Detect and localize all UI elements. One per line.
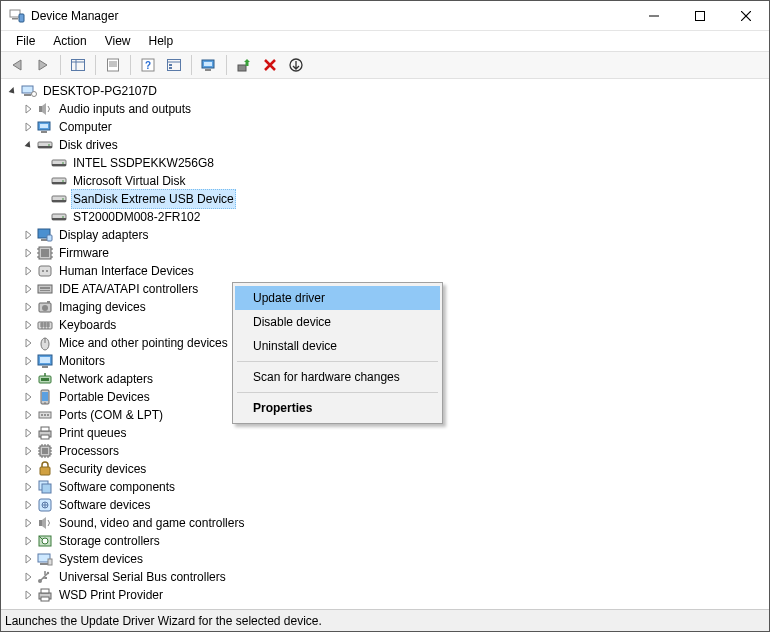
tree-root[interactable]: DESKTOP-PG2107D	[7, 82, 769, 100]
tree-category[interactable]: Human Interface Devices	[7, 262, 769, 280]
tree-category[interactable]: Display adapters	[7, 226, 769, 244]
tree-item[interactable]: ST2000DM008-2FR102	[7, 208, 769, 226]
context-menu-separator	[237, 392, 438, 393]
caret-closed-icon[interactable]	[23, 553, 35, 565]
caret-closed-icon[interactable]	[23, 121, 35, 133]
caret-closed-icon[interactable]	[23, 337, 35, 349]
svg-rect-1	[12, 18, 18, 20]
caret-open-icon[interactable]	[7, 85, 19, 97]
svg-point-120	[47, 572, 49, 574]
window-controls	[631, 1, 769, 30]
caret-closed-icon[interactable]	[23, 589, 35, 601]
caret-open-icon[interactable]	[23, 139, 35, 151]
tree-category[interactable]: Disk drives	[7, 136, 769, 154]
svg-rect-7	[72, 60, 85, 71]
tree-category[interactable]: WSD Print Provider	[7, 586, 769, 604]
menu-action[interactable]: Action	[44, 32, 95, 50]
caret-closed-icon[interactable]	[23, 445, 35, 457]
caret-closed-icon[interactable]	[23, 427, 35, 439]
device-tree-area[interactable]: DESKTOP-PG2107D Audio inputs and outputs…	[1, 79, 769, 609]
tree-item[interactable]: Microsoft Virtual Disk	[7, 172, 769, 190]
svg-rect-33	[38, 146, 52, 148]
svg-point-83	[44, 402, 46, 404]
caret-closed-icon[interactable]	[23, 535, 35, 547]
action-button[interactable]	[162, 54, 186, 76]
svg-rect-18	[169, 64, 172, 66]
context-menu-item[interactable]: Disable device	[235, 310, 440, 334]
tree-category[interactable]: Software components	[7, 478, 769, 496]
tree-category[interactable]: Firmware	[7, 244, 769, 262]
caret-closed-icon[interactable]	[23, 571, 35, 583]
tree-category[interactable]: System devices	[7, 550, 769, 568]
tree-category[interactable]: Security devices	[7, 460, 769, 478]
context-menu-item[interactable]: Update driver	[235, 286, 440, 310]
menu-view[interactable]: View	[96, 32, 140, 50]
tree-category-label: WSD Print Provider	[57, 586, 165, 604]
caret-closed-icon[interactable]	[23, 391, 35, 403]
context-menu-item[interactable]: Scan for hardware changes	[235, 365, 440, 389]
tree-category[interactable]: Software devices	[7, 496, 769, 514]
svg-rect-28	[39, 106, 42, 112]
minimize-button[interactable]	[631, 1, 677, 30]
window-title: Device Manager	[31, 9, 631, 23]
svg-point-86	[44, 414, 46, 416]
tree-category-label: Portable Devices	[57, 388, 152, 406]
caret-closed-icon[interactable]	[23, 319, 35, 331]
scan-hardware-button[interactable]	[197, 54, 221, 76]
close-button[interactable]	[723, 1, 769, 30]
context-menu-item[interactable]: Uninstall device	[235, 334, 440, 358]
statusbar: Launches the Update Driver Wizard for th…	[1, 609, 769, 631]
menu-file[interactable]: File	[7, 32, 44, 50]
disable-button[interactable]	[284, 54, 308, 76]
tree-category-label: Monitors	[57, 352, 107, 370]
caret-closed-icon[interactable]	[23, 265, 35, 277]
app-icon	[9, 8, 25, 24]
context-menu-item[interactable]: Properties	[235, 396, 440, 420]
tree-category-label: Mice and other pointing devices	[57, 334, 230, 352]
menu-help[interactable]: Help	[140, 32, 183, 50]
tree-category-label: Software devices	[57, 496, 152, 514]
caret-closed-icon[interactable]	[23, 373, 35, 385]
toolbar-separator	[130, 55, 131, 75]
tree-category[interactable]: Audio inputs and outputs	[7, 100, 769, 118]
properties-button[interactable]	[101, 54, 125, 76]
back-button[interactable]	[5, 54, 29, 76]
caret-closed-icon[interactable]	[23, 103, 35, 115]
svg-point-59	[42, 270, 44, 272]
tree-category[interactable]: Storage controllers	[7, 532, 769, 550]
update-driver-button[interactable]	[232, 54, 256, 76]
uninstall-button[interactable]	[258, 54, 282, 76]
help-button[interactable]: ?	[136, 54, 160, 76]
svg-rect-49	[47, 235, 52, 241]
tree-category[interactable]: Sound, video and game controllers	[7, 514, 769, 532]
caret-closed-icon[interactable]	[23, 463, 35, 475]
tree-item[interactable]: INTEL SSDPEKKW256G8	[7, 154, 769, 172]
maximize-button[interactable]	[677, 1, 723, 30]
caret-closed-icon[interactable]	[23, 409, 35, 421]
tree-item[interactable]: SanDisk Extreme USB Device	[7, 190, 769, 208]
tree-category[interactable]: Processors	[7, 442, 769, 460]
caret-closed-icon[interactable]	[23, 283, 35, 295]
svg-rect-4	[696, 11, 705, 20]
tree-category[interactable]: Computer	[7, 118, 769, 136]
context-menu: Update driverDisable deviceUninstall dev…	[232, 282, 443, 424]
caret-closed-icon[interactable]	[23, 499, 35, 511]
hid-icon	[37, 263, 53, 279]
caret-closed-icon[interactable]	[23, 517, 35, 529]
show-hide-tree-button[interactable]	[66, 54, 90, 76]
tree-item-label: Microsoft Virtual Disk	[71, 172, 187, 190]
caret-closed-icon[interactable]	[23, 301, 35, 313]
tree-category-label: Firmware	[57, 244, 111, 262]
caret-closed-icon[interactable]	[23, 481, 35, 493]
tree-category[interactable]: Universal Serial Bus controllers	[7, 568, 769, 586]
tree-category[interactable]: Print queues	[7, 424, 769, 442]
svg-rect-51	[41, 249, 49, 257]
svg-rect-89	[41, 427, 49, 431]
forward-button[interactable]	[31, 54, 55, 76]
svg-rect-92	[42, 448, 48, 454]
caret-closed-icon[interactable]	[23, 247, 35, 259]
caret-closed-icon[interactable]	[23, 229, 35, 241]
caret-closed-icon[interactable]	[23, 355, 35, 367]
svg-rect-117	[40, 563, 48, 565]
tree-category-label: Human Interface Devices	[57, 262, 196, 280]
